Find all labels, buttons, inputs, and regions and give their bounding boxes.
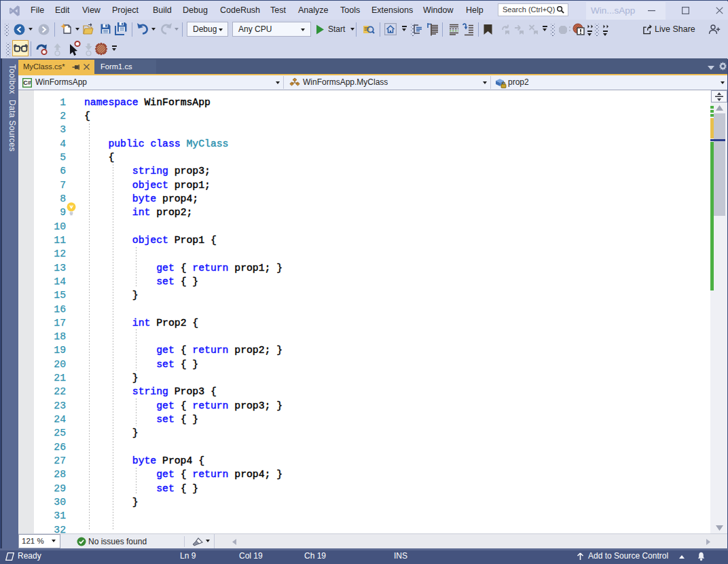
svg-text:C#: C# — [23, 79, 31, 86]
